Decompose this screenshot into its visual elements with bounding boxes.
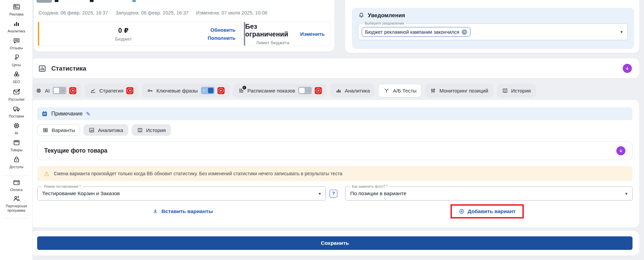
sidebar-divider [3, 176, 30, 176]
replace-photo-value: По позиции в варианте [350, 187, 406, 200]
chip-icon [35, 87, 42, 94]
budget-refresh-link[interactable]: Обновить [210, 27, 235, 33]
sidebar-item-prices[interactable]: Цены [0, 53, 33, 67]
copy-icon-fragment [132, 0, 136, 2]
tab-ai[interactable]: AI – ▶ [30, 84, 81, 97]
tab-analytics[interactable]: Аналитика [330, 84, 375, 97]
save-button[interactable]: Сохранить [37, 236, 633, 250]
tab-position-monitoring[interactable]: Мониторинг позиций [425, 84, 493, 97]
toggle-off-mark: – [307, 89, 309, 93]
sidebar-item-access[interactable]: Доступы [0, 155, 33, 169]
notifications-card: Уведомления Выберите уведомления Бюджет … [345, 0, 639, 53]
limit-value: Без ограничений [245, 23, 300, 38]
ab-test-card: Примечание ✎ Варианты Аналитика История … [30, 100, 639, 228]
warning-icon: ⚠ [44, 170, 49, 177]
sidebar-label: Товары [10, 148, 22, 152]
replace-photo-select[interactable]: Как заменять фото? * По позиции в вариан… [345, 186, 633, 201]
lock-icon [12, 155, 21, 163]
circle-plus-icon [459, 208, 465, 214]
sidebar-item-products[interactable]: Товары [0, 138, 33, 152]
split-icon [383, 87, 390, 94]
sidebar-item-seo[interactable]: SEO [0, 70, 33, 84]
tab-label: Стратегия [99, 88, 123, 94]
arrow-down-icon [618, 148, 623, 153]
campaign-status-badge-cropped [36, 0, 52, 3]
tab-history[interactable]: История [497, 84, 536, 97]
tab-keywords[interactable]: Ключевые фразы ✓ ▶ [142, 84, 229, 97]
ai-toggle[interactable]: – [53, 87, 66, 94]
sidebar-item-partner-program[interactable]: Партнерская программа [0, 194, 33, 212]
budget-value: 0 ₽ [118, 26, 129, 34]
bar-chart-box-icon [88, 127, 95, 133]
tab-strategy[interactable]: Стратегия ▶ [85, 84, 138, 97]
collapse-section-button[interactable] [623, 64, 632, 73]
budget-limit-tile: Без ограничений Лимит бюджета Изменить [244, 22, 330, 46]
sidebar-label: Реклама [9, 12, 23, 17]
chevron-down-icon[interactable]: ▾ [620, 29, 623, 34]
subtab-variants[interactable]: Варианты [37, 124, 80, 136]
note-icon [41, 110, 48, 117]
test-mode-select[interactable]: Режим тестирования * Тестирование Корзин… [37, 186, 326, 201]
video-tutorial-icon[interactable]: ▶ [315, 87, 322, 94]
warning-banner: ⚠ Смена варианта произойдет только когда… [37, 166, 633, 181]
sidebar-item-mailings[interactable]: Рассылки [0, 88, 33, 102]
tab-label: История [511, 88, 531, 94]
help-icon[interactable]: ? [330, 190, 337, 198]
toggle-knob [299, 88, 305, 93]
created-date: Создана: 06 февр. 2025, 16:37 [38, 10, 108, 16]
reviews-icon [12, 36, 21, 45]
budget-tile: 0 ₽ Бюджет Обновить Пополнить [38, 22, 241, 46]
sidebar-label: Аналитика [8, 29, 25, 33]
partners-icon [12, 194, 21, 203]
toggle-knob [54, 88, 59, 93]
sidebar-item-analytics[interactable]: Аналитика [0, 20, 33, 33]
notifications-select[interactable]: Выберите уведомления Бюджет рекламной ка… [358, 23, 628, 40]
play-glyph: ▶ [72, 89, 74, 92]
schedule-toggle[interactable]: – [298, 87, 312, 94]
paste-variants-button[interactable]: Вставить варианты [152, 208, 213, 214]
video-tutorial-icon[interactable]: ▶ [126, 87, 133, 94]
tab-label: Аналитика [345, 88, 370, 94]
sidebar-label: Оплата [10, 188, 22, 192]
sidebar: Реклама Аналитика Отзывы Цены SEO Рассыл… [0, 0, 33, 260]
ads-icon [12, 3, 21, 11]
subtab-analytics[interactable]: Аналитика [83, 124, 128, 136]
edit-pencil-icon[interactable]: ✎ [86, 111, 91, 117]
sidebar-item-ai[interactable]: AI [0, 122, 33, 135]
note-label: Примечание [51, 111, 83, 117]
line-chart-icon [90, 87, 96, 94]
test-mode-value: Тестирование Корзин и Заказов [42, 187, 120, 200]
sidebar-item-supplies[interactable]: Поставки [0, 105, 33, 119]
video-tutorial-icon[interactable]: ▶ [217, 87, 225, 94]
current-photos-title: Текущие фото товара [44, 147, 107, 154]
add-variant-button[interactable]: Добавить вариант [450, 204, 524, 218]
variant-actions-row: Вставить варианты Добавить вариант [30, 203, 639, 220]
book-icon [137, 127, 143, 133]
sidebar-label: AI [15, 131, 18, 135]
warning-text: Смена варианта произойдет только когда В… [54, 171, 342, 176]
tab-label: Расписание показов [248, 88, 295, 94]
sidebar-item-payment[interactable]: Оплата [0, 178, 33, 192]
campaign-summary-card: Создана: 06 февр. 2025, 16:37 Запущена: … [34, 0, 334, 52]
chevron-down-icon[interactable]: ▾ [625, 191, 627, 196]
sidebar-label: Отзывы [10, 46, 23, 50]
sidebar-item-ads[interactable]: Реклама [0, 3, 33, 17]
limit-change-link[interactable]: Изменить [300, 31, 325, 37]
play-glyph: ▶ [318, 89, 319, 92]
video-tutorial-icon[interactable]: ▶ [69, 87, 76, 94]
statistics-tab-bar: AI – ▶ Стратегия ▶ Ключевые фразы ✓ ▶ ! … [30, 84, 536, 97]
play-glyph: ▶ [129, 89, 131, 92]
tab-ab-tests[interactable]: А/Б Тесты [378, 84, 421, 97]
chip-remove-icon[interactable]: ✕ [462, 29, 467, 35]
download-icon [152, 208, 158, 214]
collapse-photos-button[interactable] [616, 146, 625, 155]
sidebar-item-reviews[interactable]: Отзывы [0, 36, 33, 50]
note-bar: Примечание ✎ [37, 107, 633, 120]
tab-schedule[interactable]: ! Расписание показов – ▶ [233, 84, 327, 97]
sidebar-label: Рассылки [8, 97, 24, 102]
chevron-down-icon[interactable]: ▾ [318, 191, 321, 196]
notification-chip[interactable]: Бюджет рекламной кампании закончился ✕ [362, 27, 470, 37]
budget-topup-link[interactable]: Пополнить [208, 35, 235, 41]
keywords-toggle[interactable]: ✓ [201, 87, 214, 94]
subtab-history[interactable]: История [132, 124, 171, 136]
